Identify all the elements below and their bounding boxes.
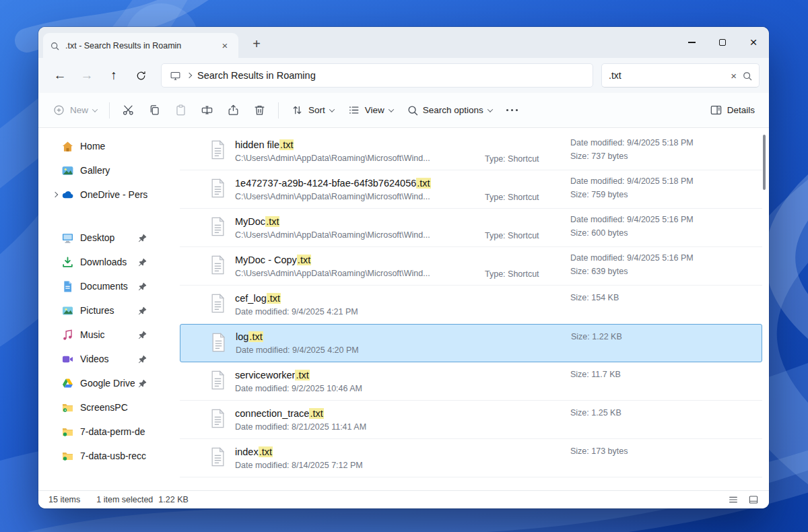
sidebar-item-documents[interactable]: Documents — [42, 275, 150, 298]
chevron-down-icon — [487, 106, 493, 112]
address-text: Search Results in Roaming — [197, 70, 316, 81]
search-term-highlight: .txt — [265, 216, 279, 227]
sort-button[interactable]: Sort — [285, 98, 340, 123]
text-file-icon — [210, 332, 227, 353]
maximize-icon — [719, 39, 726, 46]
pin-icon — [137, 257, 147, 267]
search-term-highlight: .txt — [267, 293, 281, 304]
sidebar-item-gallery[interactable]: Gallery — [42, 159, 150, 182]
thumbnail-view-icon — [748, 494, 759, 505]
sidebar-item-7-data-usb[interactable]: 7-data-usb-recc — [42, 444, 150, 467]
file-row[interactable]: connection_trace.txt Date modified: 8/21… — [180, 401, 762, 439]
minimize-button[interactable] — [676, 27, 707, 58]
file-date: Date modified: 8/21/2025 11:41 AM — [235, 422, 762, 432]
up-button[interactable]: ↑ — [102, 64, 126, 87]
share-button[interactable] — [221, 98, 246, 123]
pin-icon — [137, 233, 147, 243]
paste-icon — [174, 104, 187, 117]
paste-button[interactable] — [168, 98, 193, 123]
address-bar[interactable]: Search Results in Roaming — [161, 63, 593, 88]
file-row[interactable]: cef_log.txt Date modified: 9/4/2025 4:21… — [180, 286, 762, 324]
file-date: Date modified: 9/4/2025 5:18 PM — [570, 138, 694, 147]
sidebar-item-screenspc[interactable]: ScreensPC — [42, 396, 150, 419]
plus-circle-icon — [53, 104, 65, 117]
new-button[interactable]: New — [46, 98, 103, 123]
details-pane-icon — [710, 104, 722, 117]
sidebar-item-pictures[interactable]: Pictures — [42, 299, 150, 322]
close-button[interactable]: × — [738, 27, 769, 58]
search-term-highlight: .txt — [279, 139, 294, 150]
sidebar-item-videos[interactable]: Videos — [42, 347, 150, 370]
expand-chevron-icon[interactable] — [53, 192, 58, 197]
search-options-icon — [407, 104, 418, 116]
rename-button[interactable] — [195, 98, 220, 123]
file-size: Size: 737 bytes — [570, 152, 694, 161]
thumbnail-view-toggle[interactable] — [748, 494, 759, 505]
file-date: Date modified: 9/4/2025 4:20 PM — [236, 345, 762, 355]
file-row[interactable]: hidden file.txt C:\Users\Admin\AppData\R… — [180, 132, 762, 170]
file-row[interactable]: 1e472737-a29b-4124-bfae-64f3b7624056.txt… — [180, 170, 762, 209]
file-row[interactable]: index.txt Date modified: 8/14/2025 7:12 … — [180, 439, 762, 477]
gallery-icon — [61, 164, 74, 177]
sidebar-item-music[interactable]: Music — [42, 323, 150, 346]
forward-button[interactable]: → — [75, 64, 99, 87]
file-size: Size: 600 bytes — [570, 228, 694, 238]
maximize-button[interactable] — [707, 27, 738, 58]
clear-search-button[interactable]: × — [731, 70, 737, 81]
folder-icon — [61, 450, 74, 463]
scrollbar-thumb[interactable] — [763, 135, 766, 190]
search-input[interactable] — [609, 70, 725, 81]
sidebar-item-label: Home — [80, 141, 147, 152]
sidebar-item-home[interactable]: Home — [42, 135, 150, 158]
search-options-button[interactable]: Search options — [401, 98, 498, 123]
sidebar-item-7-data-perm[interactable]: 7-data-perm-de — [42, 420, 150, 443]
delete-button[interactable] — [247, 98, 272, 123]
file-row[interactable]: serviceworker.txt Date modified: 9/2/202… — [180, 362, 762, 401]
file-name: serviceworker.txt — [235, 370, 762, 380]
pin-icon — [137, 306, 147, 316]
file-size: Size: 759 bytes — [570, 190, 694, 199]
back-icon: ← — [54, 68, 67, 83]
search-submit-button[interactable] — [742, 71, 752, 81]
sidebar-item-label: OneDrive - Perso — [80, 189, 147, 200]
sidebar-item-onedrive[interactable]: OneDrive - Perso — [42, 183, 150, 206]
file-row[interactable]: MyDoc.txt C:\Users\Admin\AppData\Roaming… — [180, 209, 762, 247]
file-row[interactable]: MyDoc - Copy.txt C:\Users\Admin\AppData\… — [180, 247, 762, 286]
toolbar-separator — [278, 102, 279, 119]
refresh-icon — [135, 70, 147, 81]
new-tab-button[interactable]: + — [248, 35, 265, 53]
back-button[interactable]: ← — [48, 64, 72, 87]
file-date: Date modified: 9/4/2025 5:16 PM — [570, 253, 694, 263]
text-file-icon — [209, 370, 226, 391]
file-date: Date modified: 9/4/2025 5:16 PM — [570, 215, 694, 224]
refresh-button[interactable] — [129, 64, 153, 87]
documents-icon — [61, 280, 74, 293]
copy-button[interactable] — [142, 98, 167, 123]
file-row-selected[interactable]: log.txt Date modified: 9/4/2025 4:20 PM … — [180, 324, 762, 362]
explorer-tab[interactable]: .txt - Search Results in Roamin × — [43, 33, 238, 58]
sidebar-item-label: Documents — [80, 281, 135, 292]
tab-close-icon[interactable]: × — [218, 39, 232, 53]
sidebar-item-google-drive[interactable]: Google Drive — [42, 372, 150, 395]
list-view-toggle[interactable] — [728, 494, 739, 505]
pin-icon — [137, 330, 147, 340]
sidebar-item-label: Music — [80, 329, 135, 340]
sidebar-item-label: Gallery — [80, 165, 147, 176]
text-file-icon — [209, 178, 226, 199]
chevron-down-icon — [92, 106, 98, 112]
file-name: connection_trace.txt — [235, 408, 762, 419]
view-button[interactable]: View — [341, 98, 399, 123]
folder-icon — [61, 401, 74, 414]
details-button[interactable]: Details — [704, 98, 761, 123]
text-file-icon — [209, 293, 226, 314]
sidebar: Home Gallery OneDrive - Perso Desktop — [38, 128, 153, 490]
sidebar-item-downloads[interactable]: Downloads — [42, 251, 150, 273]
cut-button[interactable] — [116, 98, 141, 123]
file-explorer-window: .txt - Search Results in Roamin × + × ← … — [38, 27, 769, 508]
file-size: Size: 1.22 KB — [571, 332, 622, 341]
new-label: New — [70, 105, 88, 115]
this-pc-icon — [170, 70, 181, 81]
sidebar-item-desktop[interactable]: Desktop — [42, 226, 150, 249]
vertical-scrollbar[interactable] — [763, 133, 766, 485]
more-options-button[interactable] — [500, 109, 525, 112]
